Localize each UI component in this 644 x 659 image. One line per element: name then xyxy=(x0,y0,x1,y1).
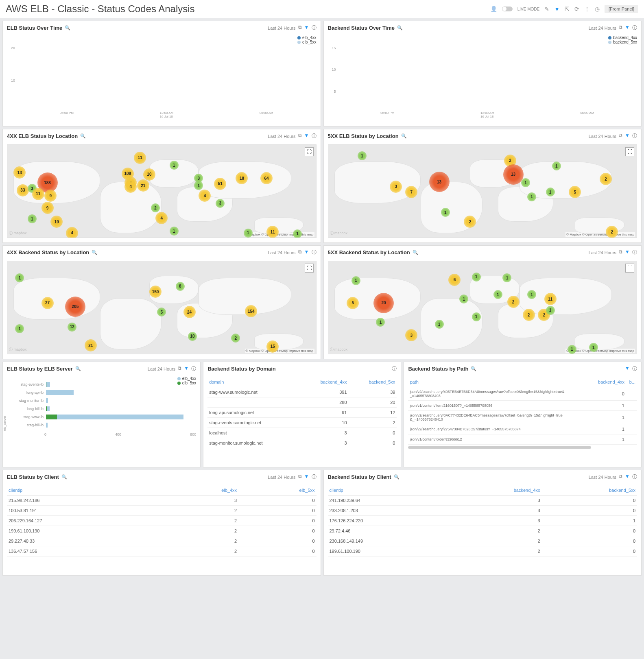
copy-icon[interactable]: ⧉ xyxy=(619,133,622,140)
map-bubble[interactable]: 1 xyxy=(435,320,444,329)
map-bubble[interactable]: 19 xyxy=(50,216,63,228)
map-bubble[interactable]: 1 xyxy=(28,214,37,223)
map[interactable]: ⛶ ⓘ mapbox © Mapbox © OpenStreetMap Impr… xyxy=(7,261,317,354)
map-bubble[interactable]: 2 xyxy=(151,203,160,212)
map-bubble[interactable]: 2 xyxy=(507,296,520,308)
map-bubble[interactable]: 1 xyxy=(502,273,511,282)
table-row[interactable]: long-api.sumologic.net9112 xyxy=(207,408,397,418)
map-bubble[interactable]: 20 xyxy=(373,293,394,313)
copy-icon[interactable]: ⧉ xyxy=(298,474,302,480)
filter-icon[interactable]: ▼ xyxy=(554,6,560,12)
filter-icon[interactable]: ▼ xyxy=(304,24,309,31)
magnify-icon[interactable]: 🔍 xyxy=(394,474,399,480)
map-bubble[interactable]: 18 xyxy=(236,172,248,184)
map-bubble[interactable]: 154 xyxy=(245,305,257,317)
info-icon[interactable]: ⓘ xyxy=(392,365,397,372)
map-bubble[interactable]: 11 xyxy=(544,293,557,305)
map-bubble[interactable]: 5 xyxy=(347,297,359,309)
live-mode-toggle[interactable] xyxy=(502,7,513,11)
table-row[interactable]: json/v1/content/folder/229666121 xyxy=(408,434,637,445)
table-row[interactable]: stag-monitor.sumologic.net30 xyxy=(207,438,397,448)
copy-icon[interactable]: ⧉ xyxy=(619,24,622,31)
table-row[interactable]: 206.229.164.12720 xyxy=(7,516,317,526)
fullscreen-icon[interactable]: ⛶ xyxy=(305,264,314,273)
magnify-icon[interactable]: 🔍 xyxy=(92,250,97,255)
map-bubble[interactable]: 13 xyxy=(503,164,524,185)
filter-icon[interactable]: ▼ xyxy=(625,24,630,31)
magnify-icon[interactable]: 🔍 xyxy=(65,25,70,31)
map-bubble[interactable]: 5 xyxy=(157,308,166,316)
map-bubble[interactable]: 4 xyxy=(124,181,137,193)
map-bubble[interactable]: 4 xyxy=(199,190,211,202)
filter-icon[interactable]: ▼ xyxy=(625,133,630,140)
table-row[interactable]: 176.126.224.22031 xyxy=(328,516,637,526)
map-bubble[interactable]: 1 xyxy=(358,151,367,160)
map-bubble[interactable]: 51 xyxy=(214,178,226,190)
info-icon[interactable]: ⓘ xyxy=(632,365,637,372)
table-row[interactable]: 29.227.40.3320 xyxy=(7,536,317,546)
info-icon[interactable]: ⓘ xyxy=(312,24,317,31)
map-bubble[interactable]: 1 xyxy=(472,273,481,281)
map-bubble[interactable]: 11 xyxy=(266,226,279,238)
table-row[interactable]: 241.190.239.6430 xyxy=(328,495,637,506)
table-row[interactable]: 199.61.100.19020 xyxy=(7,526,317,536)
map[interactable]: ⛶ ⓘ mapbox © Mapbox © OpenStreetMap Impr… xyxy=(328,144,637,238)
filter-icon[interactable]: ▼ xyxy=(304,249,309,256)
table-row[interactable]: json/v2/searchquery/27547384B7028C57/sta… xyxy=(408,424,637,434)
map[interactable]: ⛶ ⓘ mapbox © Mapbox © OpenStreetMap Impr… xyxy=(7,144,317,238)
filter-icon[interactable]: ▼ xyxy=(625,474,630,480)
map-bubble[interactable]: 1 xyxy=(170,161,179,170)
magnify-icon[interactable]: 🔍 xyxy=(397,25,403,31)
table-row[interactable]: 100.53.81.19120 xyxy=(7,506,317,516)
map-bubble[interactable]: 1 xyxy=(194,181,203,190)
more-icon[interactable]: ⋮ xyxy=(584,6,590,12)
map-bubble[interactable]: 1 xyxy=(521,178,530,187)
map-bubble[interactable]: 1 xyxy=(546,306,555,315)
fullscreen-icon[interactable]: ⛶ xyxy=(305,147,314,156)
map-bubble[interactable]: 11 xyxy=(32,188,44,200)
map-bubble[interactable]: 3 xyxy=(405,329,417,341)
info-icon[interactable]: ⓘ xyxy=(312,133,317,140)
map-bubble[interactable]: 21 xyxy=(137,179,149,192)
map-bubble[interactable]: 13 xyxy=(429,172,450,192)
map-bubble[interactable]: 2 xyxy=(600,173,612,185)
map-bubble[interactable]: 1 xyxy=(244,229,253,238)
fullscreen-icon[interactable]: ⛶ xyxy=(625,147,634,156)
copy-icon[interactable]: ⧉ xyxy=(178,365,181,372)
map-bubble[interactable]: 9 xyxy=(44,190,57,202)
map-bubble[interactable]: 1 xyxy=(441,208,450,217)
map-bubble[interactable]: 1 xyxy=(472,312,481,321)
map-bubble[interactable]: 1 xyxy=(568,345,576,354)
map-bubble[interactable]: 1 xyxy=(376,318,385,327)
table-row[interactable]: 136.47.57.15620 xyxy=(7,546,317,556)
magnify-icon[interactable]: 🔍 xyxy=(413,250,418,255)
refresh-icon[interactable]: ⟳ xyxy=(574,6,579,12)
map-bubble[interactable]: 3 xyxy=(390,181,402,193)
map-bubble[interactable]: 10 xyxy=(188,332,197,341)
map[interactable]: ⛶ ⓘ mapbox © Mapbox © OpenStreetMap Impr… xyxy=(328,261,637,354)
map-bubble[interactable]: 2 xyxy=(523,309,535,321)
info-icon[interactable]: ⓘ xyxy=(632,133,637,140)
map-bubble[interactable]: 205 xyxy=(65,297,85,317)
map-bubble[interactable]: 1 xyxy=(170,227,179,236)
map-bubble[interactable]: 2 xyxy=(464,216,476,228)
table-row[interactable]: stag-www.sumologic.net39139 xyxy=(207,387,397,397)
map-bubble[interactable]: 9 xyxy=(41,202,54,214)
table-row[interactable]: json/v2/searchquery/0AC77432DE64BAC5/mes… xyxy=(408,411,637,424)
table-row[interactable]: 215.98.242.18630 xyxy=(7,495,317,506)
map-bubble[interactable]: 4 xyxy=(66,227,78,238)
map-bubble[interactable]: 1 xyxy=(351,276,360,285)
map-bubble[interactable]: 64 xyxy=(260,172,273,184)
table-row[interactable]: json/v1/content/item/21601507?_=14055857… xyxy=(408,401,637,411)
table-row[interactable]: 199.61.100.19020 xyxy=(328,546,637,556)
map-bubble[interactable]: 7 xyxy=(405,186,417,198)
map-bubble[interactable]: 8 xyxy=(176,282,185,291)
fullscreen-icon[interactable]: ⛶ xyxy=(625,264,634,273)
map-bubble[interactable]: 5 xyxy=(569,186,581,198)
table-row[interactable]: 29.72.4.4620 xyxy=(328,526,637,536)
share-icon[interactable]: ⇱ xyxy=(565,6,570,12)
map-bubble[interactable]: 10 xyxy=(143,168,155,181)
map-bubble[interactable]: 1 xyxy=(527,192,536,201)
map-bubble[interactable]: 1 xyxy=(15,324,24,333)
map-bubble[interactable]: 15 xyxy=(266,340,279,353)
